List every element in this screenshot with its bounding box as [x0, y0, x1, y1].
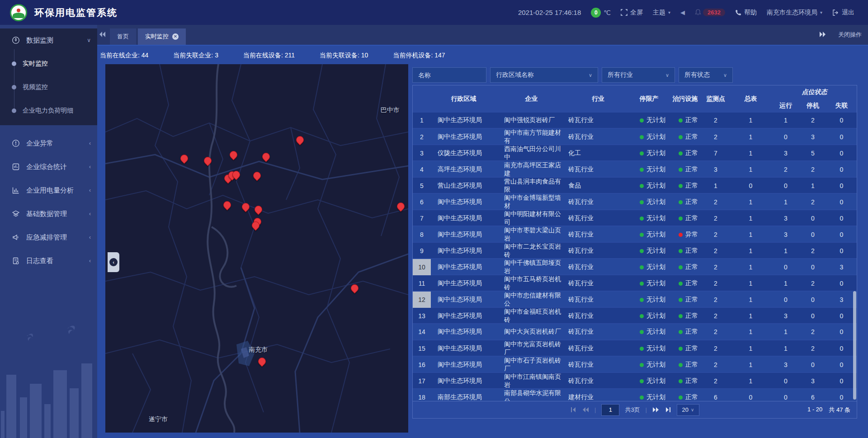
help-button[interactable]: 帮助 — [735, 9, 757, 17]
fullscreen-button[interactable]: 全屏 — [621, 9, 643, 17]
table-row[interactable]: 5营山生态环境局营山县润丰肉食品有限食品无计划正常10010 — [413, 178, 857, 193]
tab-实时监控[interactable]: 实时监控✕ — [138, 28, 186, 45]
temperature: 0 ℃ — [591, 8, 611, 18]
table-row[interactable]: 12阆中生态环境局阆中市忠信建材有限公砖瓦行业无计划正常21003 — [413, 292, 857, 307]
cell-run-count: 3 — [772, 357, 799, 373]
cell-run-count: 3 — [772, 210, 799, 226]
table-row[interactable]: 6阆中生态环境局阆中市金博瑞新型墙材砖瓦行业无计划正常21120 — [413, 194, 857, 209]
tab-scroll-right-button[interactable] — [819, 32, 826, 38]
cell-halt-count: 1 — [799, 178, 826, 194]
sidebar-item-企业异常[interactable]: 企业异常‹ — [0, 132, 97, 155]
sidebar-subitem-实时监控[interactable]: 实时监控 — [0, 52, 97, 75]
table-row[interactable]: 10阆中生态环境局阆中千佛镇五郎垭页岩砖瓦行业无计划正常21003 — [413, 259, 857, 274]
cell-company: 阆中市南方节能建材有 — [496, 129, 566, 145]
industry-filter-select[interactable]: 所有行业 ∨ — [602, 67, 675, 83]
status-dot-green — [640, 168, 644, 172]
notifications[interactable]: 2632 — [695, 9, 725, 16]
stop-status-label: 无计划 — [646, 214, 665, 222]
next-page-button[interactable] — [652, 407, 660, 413]
cell-region: 阆中生态环境局 — [431, 292, 496, 308]
table-row[interactable]: 4高坪生态环境局南充市高坪区王家店建砖瓦行业无计划正常31220 — [413, 161, 857, 177]
status-dot-green — [679, 265, 683, 269]
table-row[interactable]: 7阆中生态环境局阆中明阳建材有限公司砖瓦行业无计划正常21300 — [413, 210, 857, 226]
cell-region: 阆中生态环境局 — [431, 340, 496, 357]
map-collapse-button[interactable]: ‹ — [108, 252, 119, 272]
table-row[interactable]: 15阆中生态环境局阆中市光富页岩机砖厂砖瓦行业无计划正常21120 — [413, 340, 857, 356]
table-row[interactable]: 1阆中生态环境局阆中强锐页岩砖厂砖瓦行业无计划正常21120 — [413, 113, 857, 128]
cell-halt-count: 2 — [799, 161, 826, 178]
theme-dropdown[interactable]: 主题 ▾ — [653, 9, 670, 17]
page-number-input[interactable] — [601, 404, 619, 416]
sidebar-item-企业用电量分析[interactable]: 企业用电量分析‹ — [0, 179, 97, 202]
cell-monitor-count: 2 — [702, 226, 729, 243]
cell-lost-count: 0 — [826, 161, 857, 178]
cell-total-meter: 1 — [729, 129, 772, 145]
map-panel[interactable]: 巴中市南充市遂宁市 ‹ — [105, 64, 408, 433]
cell-run-count: 3 — [772, 308, 799, 324]
table-row[interactable]: 9阆中生态环境局阆中市二龙长宝页岩砖砖瓦行业无计划正常21120 — [413, 243, 857, 258]
facility-status-label: 正常 — [685, 296, 698, 304]
tab-首页[interactable]: 首页 — [110, 28, 136, 45]
stop-status-label: 无计划 — [646, 344, 665, 353]
sidebar-item-企业综合统计[interactable]: 企业综合统计‹ — [0, 155, 97, 179]
table-row[interactable]: 13阆中生态环境局阆中市金福旺页岩机砖砖瓦行业无计划正常21300 — [413, 308, 857, 323]
cell-lost-count: 0 — [826, 145, 857, 161]
table-row[interactable]: 3仪陇生态环境局西南油气田分公司川中化工无计划正常71350 — [413, 145, 857, 160]
table-row[interactable]: 2阆中生态环境局阆中市南方节能建材有砖瓦行业无计划正常21030 — [413, 129, 857, 144]
cell-index: 13 — [413, 308, 431, 324]
col-group-point-status: 点位状态 — [772, 85, 857, 99]
status-dot-green — [640, 298, 644, 302]
table-row[interactable]: 16阆中生态环境局阆中市石子页岩机砖厂砖瓦行业无计划正常21300 — [413, 357, 857, 372]
col-run: 运行 — [772, 99, 799, 113]
sidebar-item-数据监测[interactable]: 数据监测∨ — [0, 28, 97, 52]
sidebar-subitem-企业电力负荷明细[interactable]: 企业电力负荷明细 — [0, 99, 97, 122]
cell-run-count: 3 — [772, 226, 799, 243]
cell-facility-status: 正常 — [668, 243, 702, 259]
col-halt: 停机 — [799, 99, 826, 113]
cell-facility-status: 正常 — [668, 275, 702, 292]
facility-status-label: 正常 — [685, 344, 698, 353]
status-filter-select[interactable]: 所有状态 ∨ — [679, 67, 733, 83]
sidebar-item-基础数据管理[interactable]: 基础数据管理‹ — [0, 202, 97, 226]
sidebar-subitem-视频监控[interactable]: 视频监控 — [0, 75, 97, 99]
name-filter — [412, 67, 486, 83]
facility-status-label: 正常 — [685, 133, 698, 141]
bell-icon — [695, 9, 701, 16]
status-dot-green — [679, 330, 683, 334]
table-scrollbar-thumb[interactable] — [853, 291, 856, 400]
status-dot-green — [679, 347, 683, 351]
prev-page-button[interactable] — [582, 407, 589, 413]
status-dot-green — [640, 233, 644, 237]
close-icon[interactable]: ✕ — [172, 33, 179, 40]
table-row[interactable]: 8阆中生态环境局阆中市枣碧大梁山页岩砖瓦行业无计划异常21300 — [413, 226, 857, 242]
cell-region: 阆中生态环境局 — [431, 357, 496, 373]
logout-button[interactable]: 退出 — [832, 9, 854, 17]
last-page-button[interactable] — [665, 407, 671, 413]
status-dot-green — [640, 249, 644, 253]
stat-item: 当前在线设备: 211 — [243, 52, 295, 60]
cell-monitor-count: 2 — [702, 292, 729, 308]
region-filter-select[interactable]: 行政区域名称 ∨ — [490, 67, 598, 83]
table-row[interactable]: 14阆中生态环境局阆中大兴页岩机砖厂砖瓦行业无计划正常21120 — [413, 324, 857, 339]
cell-stop-status: 无计划 — [630, 113, 668, 128]
cell-industry: 砖瓦行业 — [566, 243, 630, 259]
page-size-select[interactable]: 20 ∨ — [677, 404, 699, 416]
user-dropdown[interactable]: 南充市生态环境局 ▾ — [767, 9, 822, 17]
first-page-button[interactable] — [570, 407, 576, 413]
cell-index: 1 — [413, 113, 431, 128]
stat-item: 当前在线企业: 44 — [100, 52, 148, 60]
sidebar-item-应急减排管理[interactable]: 应急减排管理‹ — [0, 226, 97, 249]
table-row[interactable]: 17阆中生态环境局阆中市江南镇阆南页岩砖瓦行业无计划正常21030 — [413, 373, 857, 388]
tab-scroll-left-button[interactable] — [99, 31, 106, 39]
status-dot-green — [679, 151, 683, 155]
filter-bar: 行政区域名称 ∨ 所有行业 ∨ 所有状态 ∨ — [412, 67, 736, 83]
cell-stop-status: 无计划 — [630, 161, 668, 178]
table-row[interactable]: 18南部生态环境局南部县砌华水泥有限公建材行业无计划正常60060 — [413, 389, 857, 401]
close-operations-button[interactable]: 关闭操作 — [838, 31, 862, 39]
name-filter-input[interactable] — [418, 71, 481, 79]
cell-lost-count: 0 — [826, 194, 857, 210]
total-count-label: 共 47 条 — [829, 406, 850, 414]
table-row[interactable]: 11阆中生态环境局阆中市五马桥页岩机砖砖瓦行业无计划正常21120 — [413, 275, 857, 291]
sound-mute-button[interactable]: ◀ — [680, 9, 685, 16]
sidebar-item-日志查看[interactable]: 日志查看‹ — [0, 249, 97, 273]
